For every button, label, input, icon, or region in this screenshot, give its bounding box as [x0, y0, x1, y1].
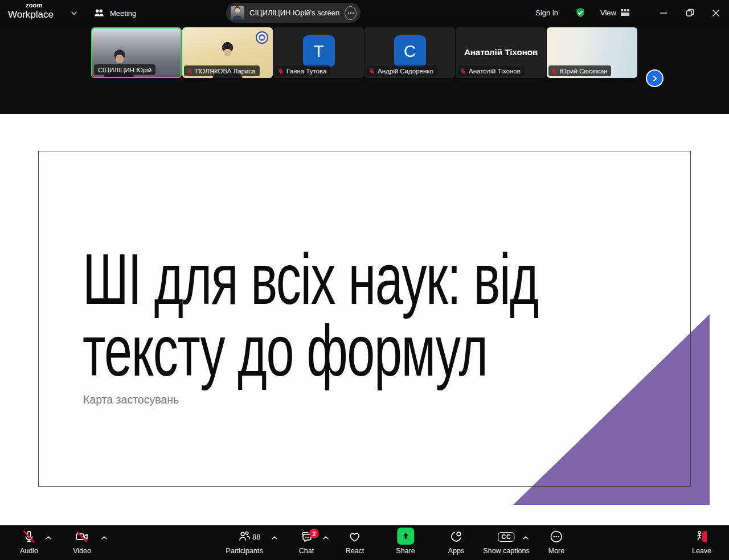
participant-tile-poliakova[interactable]: ПОЛЯКОВА Лариса [182, 27, 273, 78]
restore-icon [686, 9, 694, 17]
close-button[interactable] [703, 0, 729, 26]
participant-name-chip: Юрий Сюсюкан [548, 65, 611, 76]
video-label: Video [73, 547, 91, 555]
next-participants-button[interactable] [646, 69, 664, 87]
share-label: Share [396, 547, 415, 555]
titlebar-right-controls: Sign in View [535, 0, 729, 26]
more-ellipsis-icon [549, 529, 564, 544]
participant-name-chip: Анатолій Тіхонов [457, 65, 525, 76]
participants-options-chevron-icon[interactable] [271, 536, 278, 540]
logo-zoom-text: zoom [26, 2, 54, 9]
participant-name-chip: Андрій Сидоренко [366, 65, 437, 76]
view-label: View [600, 9, 616, 17]
view-button[interactable]: View [600, 9, 630, 17]
pill-more-button[interactable] [345, 6, 357, 20]
participant-tile-sicilitsyn[interactable]: СІЦИЛІЦИН Юрій [91, 27, 182, 78]
participant-tile-sydorenko[interactable]: C Андрій Сидоренко [364, 27, 455, 78]
participants-film-strip: СІЦИЛІЦИН Юрій ПОЛЯКОВА Лариса T [0, 26, 729, 114]
video-button[interactable]: Video [73, 529, 91, 555]
avatar-initial: C [404, 42, 416, 61]
mic-muted-icon [186, 68, 193, 75]
apps-label: Apps [448, 547, 465, 555]
camera-muted-icon [75, 529, 90, 544]
mic-muted-icon [460, 68, 466, 75]
apps-icon [449, 529, 464, 544]
share-screen-icon [397, 528, 414, 545]
more-button[interactable]: More [548, 529, 564, 555]
participants-label: Participants [226, 547, 263, 555]
slide-title-line2: тексту до формул [83, 315, 538, 387]
title-bar: zoom Workplace Meeting СІЦИЛІЦИН Юрій's … [0, 0, 729, 26]
audio-options-chevron-icon[interactable] [45, 536, 52, 540]
react-label: React [346, 547, 364, 555]
chat-options-chevron-icon[interactable] [322, 536, 329, 540]
mic-muted-icon [277, 68, 284, 75]
participant-name-chip: Ганна Тутова [275, 65, 330, 76]
participants-count: 88 [252, 533, 260, 541]
meeting-toolbar: Audio Video [0, 525, 729, 560]
chat-unread-badge: 2 [309, 529, 319, 538]
participant-name: Анатолій Тіхонов [469, 68, 521, 75]
participant-display-name: Анатолій Тіхонов [456, 47, 546, 57]
participant-name: Юрий Сюсюкан [560, 68, 607, 75]
participant-tile-tikhonov[interactable]: Анатолій Тіхонов Анатолій Тіхонов [456, 27, 546, 78]
captions-label: Show captions [483, 547, 529, 555]
slide-title-line1: ШІ для всіх наук: від [83, 244, 538, 315]
participant-name: Андрій Сидоренко [378, 68, 433, 75]
heart-icon [347, 529, 362, 544]
screen-share-label: СІЦИЛІЦИН Юрій's screen [249, 9, 339, 17]
chevron-right-icon [650, 73, 660, 84]
tab-meeting[interactable]: Meeting [93, 5, 136, 22]
share-button[interactable]: Share [396, 529, 415, 555]
letter-avatar: T [303, 35, 335, 67]
participant-name: Ганна Тутова [286, 68, 326, 75]
participant-name-chip: ПОЛЯКОВА Лариса [184, 65, 260, 76]
captions-button[interactable]: CC Show captions [483, 529, 529, 555]
screen-share-pill[interactable]: СІЦИЛІЦИН Юрій's screen [226, 3, 361, 23]
mic-muted-icon [551, 68, 558, 75]
restore-button[interactable] [677, 0, 703, 26]
shared-screen-area: ШІ для всіх наук: від тексту до формул К… [0, 114, 729, 525]
audio-button[interactable]: Audio [20, 529, 38, 555]
zoom-workplace-logo: zoom Workplace [8, 2, 54, 19]
participant-tile-siusiukan[interactable]: Юрий Сюсюкан [547, 27, 637, 78]
captions-options-chevron-icon[interactable] [522, 536, 529, 540]
meeting-people-icon [93, 7, 105, 19]
meeting-tab-label: Meeting [110, 9, 136, 18]
presenter-avatar [231, 6, 244, 20]
more-label: More [548, 547, 564, 555]
leave-button[interactable]: Leave [692, 529, 711, 555]
security-shield-icon[interactable] [574, 7, 587, 19]
minimize-button[interactable] [650, 0, 677, 26]
zoom-meeting-window: zoom Workplace Meeting СІЦИЛІЦИН Юрій's … [0, 0, 729, 560]
participants-icon [237, 529, 252, 544]
letter-avatar: C [394, 35, 426, 67]
audio-label: Audio [20, 547, 38, 555]
apps-button[interactable]: Apps [448, 529, 465, 555]
leave-door-icon [694, 529, 709, 544]
close-icon [712, 9, 720, 17]
react-button[interactable]: React [346, 529, 364, 555]
university-emblem [256, 31, 268, 44]
participant-tile-tutova[interactable]: T Ганна Тутова [273, 27, 364, 78]
leave-label: Leave [692, 547, 711, 555]
sign-in-link[interactable]: Sign in [535, 9, 558, 17]
chat-label: Chat [299, 547, 314, 555]
slide-subtitle: Карта застосувань [83, 393, 179, 406]
ellipsis-icon [347, 9, 355, 17]
minimize-icon [660, 9, 667, 17]
mic-muted-icon [22, 529, 36, 544]
slide-title: ШІ для всіх наук: від тексту до формул [83, 244, 729, 387]
participant-name: СІЦИЛІЦИН Юрій [98, 67, 151, 73]
mic-muted-icon [368, 68, 375, 75]
closed-captions-icon: CC [498, 532, 515, 542]
logo-workplace-text: Workplace [8, 10, 54, 19]
participant-name: ПОЛЯКОВА Лариса [195, 68, 256, 75]
gallery-view-icon [620, 9, 630, 17]
avatar-initial: T [313, 42, 323, 61]
chevron-down-icon[interactable] [69, 9, 79, 18]
video-options-chevron-icon[interactable] [101, 536, 108, 540]
participant-name-chip: СІЦИЛІЦИН Юрій [94, 64, 155, 75]
